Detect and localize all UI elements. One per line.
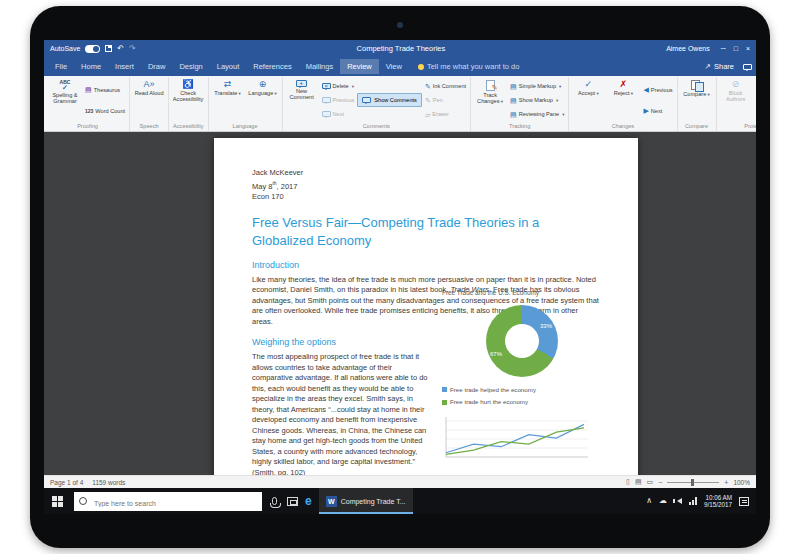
legend-item: Free trade hurt the economy [442, 397, 602, 408]
maximize-button[interactable]: □ [734, 45, 738, 52]
tab-layout[interactable]: Layout [210, 59, 247, 74]
compare-icon [691, 80, 702, 90]
tray-chevron-up-icon[interactable]: ∧ [646, 497, 652, 505]
spelling-grammar-button[interactable]: ABC Spelling & Grammar [48, 78, 82, 122]
share-button[interactable]: ↗ Share [705, 62, 734, 71]
markup-page-icon: ▤ [510, 83, 517, 90]
accessibility-icon: ♿ [182, 80, 193, 89]
document-chart[interactable]: Free Trade and the U.S. Economy 33% 67% … [442, 288, 602, 461]
previous-change-button[interactable]: ◀ Previous [641, 86, 674, 93]
taskbar-clock[interactable]: 10:06 AM 9/15/2017 [704, 494, 732, 509]
zoom-slider[interactable] [667, 482, 719, 483]
autosave-label: AutoSave [50, 45, 80, 52]
donut-label-helped: 33% [540, 321, 552, 332]
next-change-button[interactable]: ▶ Next [641, 107, 674, 114]
reject-button[interactable]: ✗ Reject [606, 78, 640, 122]
tab-file[interactable]: File [48, 59, 74, 74]
group-label-proofing: Proofing [48, 122, 127, 131]
new-comment-button[interactable]: New Comment [285, 78, 319, 122]
comments-panel-icon[interactable] [743, 64, 752, 70]
previous-comment-button[interactable]: Previous [320, 97, 357, 103]
share-icon: ↗ [705, 62, 711, 71]
zoom-out-button[interactable]: − [658, 479, 662, 486]
legend-swatch-helped [442, 387, 447, 392]
check-accessibility-button[interactable]: ♿ Check Accessibility [171, 78, 205, 122]
thesaurus-button[interactable]: ▤ Thesaurus [83, 86, 127, 93]
autosave-toggle[interactable] [85, 45, 100, 53]
eraser-button[interactable]: ▱ Eraser [423, 111, 468, 118]
translate-button[interactable]: ⇄ Translate [211, 78, 245, 122]
doc-paragraph-2: The most appealing prospect of free trad… [252, 352, 434, 475]
show-markup-dropdown[interactable]: ▤ Show Markup [508, 97, 566, 104]
delete-comment-button[interactable]: Delete [320, 83, 357, 89]
ribbon-group-protect: ⊘ Block Authors Restrict Editing Protect [717, 77, 756, 131]
show-comments-icon [362, 97, 371, 103]
delete-comment-icon [322, 83, 331, 89]
language-button[interactable]: ⊕ Language [246, 78, 280, 122]
track-changes-button[interactable]: Track Changes [473, 78, 507, 122]
zoom-level[interactable]: 100% [733, 479, 750, 486]
signed-in-user[interactable]: Aimee Owens [666, 45, 710, 52]
tab-references[interactable]: References [246, 59, 298, 74]
doc-heading-weighing: Weighing the options [252, 337, 434, 348]
tab-mailings[interactable]: Mailings [299, 59, 341, 74]
group-label-speech: Speech [132, 122, 166, 131]
word-window-button[interactable]: Competing Trade T... [319, 488, 413, 514]
restrict-editing-button[interactable]: Restrict Editing [754, 78, 756, 122]
ribbon-group-compare: Compare Compare [678, 77, 717, 131]
minimize-button[interactable]: ─ [721, 45, 726, 52]
track-changes-icon [486, 80, 495, 91]
doc-course: Econ 170 [252, 192, 600, 202]
taskbar-search-input[interactable] [74, 494, 262, 513]
onedrive-cloud-icon[interactable]: ☁ [659, 497, 667, 505]
word-count-button[interactable]: 123 Word Count [83, 108, 127, 114]
accept-button[interactable]: ✓ Accept [571, 78, 605, 122]
compare-button[interactable]: Compare [680, 78, 714, 122]
task-view-button[interactable] [287, 497, 298, 506]
pen-button[interactable]: ✎ Pen [423, 97, 468, 104]
block-authors-button[interactable]: ⊘ Block Authors [719, 78, 753, 122]
ink-comment-button[interactable]: ✎ Ink Comment [423, 83, 468, 90]
save-icon[interactable] [105, 45, 112, 52]
tab-draw[interactable]: Draw [141, 59, 173, 74]
zoom-slider-thumb[interactable] [691, 479, 694, 486]
accept-icon: ✓ [585, 80, 593, 89]
taskbar-search[interactable] [74, 492, 262, 511]
document-page[interactable]: Jack McKeever May 8th, 2017 Econ 170 Fre… [214, 138, 638, 475]
zoom-in-button[interactable]: + [724, 479, 728, 486]
reviewing-pane-dropdown[interactable]: ▤ Reviewing Pane [508, 111, 566, 118]
display-for-review-dropdown[interactable]: ▤ Simple Markup [508, 83, 566, 90]
show-comments-button[interactable]: Show Comments [357, 93, 422, 107]
group-label-language: Language [211, 122, 280, 131]
doc-date: May 8th, 2017 [252, 178, 600, 192]
globe-icon: ⊕ [259, 80, 267, 89]
tab-review[interactable]: Review [340, 59, 379, 74]
next-comment-button[interactable]: Next [320, 111, 357, 117]
close-button[interactable]: × [746, 45, 750, 52]
start-button[interactable] [52, 496, 63, 507]
undo-icon[interactable]: ↶ [117, 45, 124, 53]
redo-icon[interactable]: ↷ [129, 45, 136, 53]
print-layout-button[interactable]: ▤ [635, 478, 642, 486]
ribbon-group-language: ⇄ Translate ⊕ Language Language [209, 77, 283, 131]
tab-insert[interactable]: Insert [108, 59, 141, 74]
windows-taskbar: Competing Trade T... ∧ ☁ 10:06 AM 9/15/2… [44, 488, 756, 514]
page-indicator[interactable]: Page 1 of 4 [50, 479, 83, 486]
tell-me-box[interactable]: Tell me what you want to do [418, 62, 520, 71]
tab-design[interactable]: Design [172, 59, 209, 74]
line-chart [442, 413, 592, 461]
edge-browser-icon[interactable] [305, 495, 312, 507]
web-layout-button[interactable]: ▭ [647, 478, 654, 486]
microphone-icon[interactable] [272, 497, 277, 505]
action-center-icon[interactable] [739, 497, 749, 506]
network-icon[interactable] [689, 497, 697, 505]
volume-icon[interactable] [674, 498, 682, 504]
group-label-tracking: Tracking [473, 122, 566, 131]
read-mode-button[interactable]: ▯ [626, 478, 630, 486]
word-count-indicator[interactable]: 1159 words [92, 479, 125, 486]
next-change-icon: ▶ [643, 107, 648, 114]
legend-item: Free trade helped the economy [442, 385, 602, 396]
tab-view[interactable]: View [379, 59, 409, 74]
read-aloud-button[interactable]: A» Read Aloud [132, 78, 166, 122]
tab-home[interactable]: Home [74, 59, 108, 74]
